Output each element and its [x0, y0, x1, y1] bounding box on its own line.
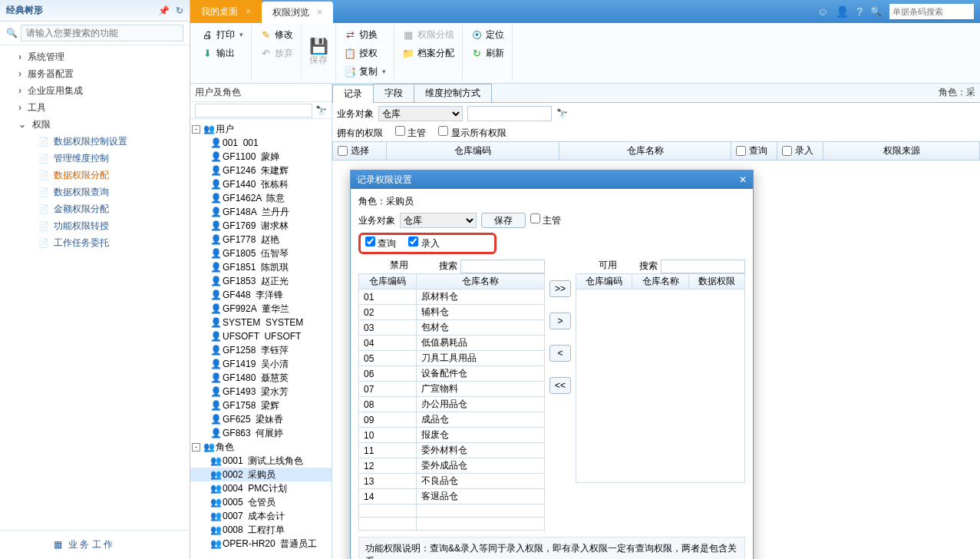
sidebar-subitem[interactable]: 工作任务委托 — [0, 234, 190, 251]
tree-enterprise[interactable]: 企业应用集成 — [0, 82, 190, 99]
save-button[interactable]: 💾保存 — [306, 40, 331, 67]
user-node[interactable]: 👤GF1778 赵艳 — [190, 233, 332, 246]
dialog-save-button[interactable]: 保存 — [481, 213, 526, 228]
sidebar-subitem[interactable]: 管理维度控制 — [0, 150, 190, 167]
select-all-checkbox[interactable] — [338, 146, 348, 156]
refresh-button[interactable]: ↻刷新 — [467, 45, 507, 61]
pin-icon[interactable]: 📌 — [158, 5, 170, 16]
table-row[interactable]: 05刀具工具用品 — [359, 351, 545, 366]
role-node[interactable]: 👥0007 成本会计 — [190, 509, 332, 523]
binoculars-icon[interactable]: 🔭 — [556, 108, 568, 119]
user-search-input[interactable] — [195, 104, 312, 117]
sidebar-subitem[interactable]: 金额权限分配 — [0, 200, 190, 217]
user-node[interactable]: 👤GF1462A 陈意 — [190, 191, 332, 205]
table-row[interactable]: 02辅料仓 — [359, 305, 545, 320]
biz-object-select[interactable]: 仓库 — [378, 106, 463, 121]
user-node[interactable]: 👤UFSOFT UFSOFT — [190, 329, 332, 343]
tree-system[interactable]: 系统管理 — [0, 48, 190, 65]
close-icon[interactable]: × — [317, 7, 322, 18]
sidebar-subitem[interactable]: 数据权限控制设置 — [0, 133, 190, 150]
user-node[interactable]: 👤GF1851 陈凯琪 — [190, 260, 332, 274]
tab-record[interactable]: 记录 — [332, 84, 374, 103]
tab-field[interactable]: 字段 — [373, 84, 414, 102]
barcode-search-input[interactable] — [889, 4, 974, 19]
tree-tools[interactable]: 工具 — [0, 99, 190, 116]
table-row[interactable]: 03包材仓 — [359, 320, 545, 336]
move-all-right-button[interactable]: >> — [549, 280, 571, 297]
tree-group[interactable]: -👥角色 — [190, 440, 332, 454]
role-node[interactable]: 👥OPER-HR20 普通员工 — [190, 537, 332, 551]
switch-button[interactable]: ⇄切换 — [341, 26, 389, 43]
role-node[interactable]: 👥0002 采购员 — [190, 468, 332, 481]
supervisor-checkbox[interactable]: 主管 — [395, 126, 426, 140]
tree-permission[interactable]: 权限 — [0, 116, 190, 133]
show-all-checkbox[interactable]: 显示所有权限 — [438, 126, 506, 140]
dialog-supervisor-checkbox[interactable]: 主管 — [530, 213, 561, 227]
user-node[interactable]: 👤GF1758 梁辉 — [190, 399, 332, 412]
user-node[interactable]: 👤GF1246 朱建辉 — [190, 164, 332, 177]
role-node[interactable]: 👥0001 测试上线角色 — [190, 454, 332, 468]
tree-group[interactable]: -👥用户 — [190, 122, 332, 136]
sidebar-search-input[interactable] — [21, 25, 183, 41]
table-row[interactable]: 07广宣物料 — [359, 382, 545, 397]
file-alloc-button[interactable]: 📁档案分配 — [399, 45, 457, 61]
move-right-button[interactable]: > — [549, 313, 571, 329]
output-button[interactable]: ⬇输出 — [198, 45, 246, 61]
user-node[interactable]: 👤GF625 梁妹香 — [190, 412, 332, 426]
user-icon[interactable]: 👤 — [836, 5, 849, 18]
user-node[interactable]: 👤GF1493 梁水芳 — [190, 385, 332, 399]
user-node[interactable]: 👤GF1419 吴小清 — [190, 357, 332, 371]
table-row[interactable]: 09成品仓 — [359, 412, 545, 428]
abandon-button[interactable]: ↶放弃 — [256, 45, 296, 61]
available-search-input[interactable] — [661, 260, 745, 273]
filter-input[interactable] — [467, 106, 552, 121]
table-row[interactable]: 14客退品仓 — [359, 489, 545, 504]
user-node[interactable]: 👤GF1853 赵正光 — [190, 274, 332, 288]
table-row[interactable]: 06设备配件仓 — [359, 366, 545, 382]
role-node[interactable]: 👥0004 PMC计划 — [190, 481, 332, 495]
user-node[interactable]: 👤GF1258 李钰萍 — [190, 343, 332, 357]
sidebar-bottom[interactable]: 业 务 工 作 — [0, 530, 190, 559]
smile-icon[interactable]: ☺ — [817, 5, 828, 18]
print-button[interactable]: 🖨打印▾ — [198, 26, 246, 43]
query-checkbox[interactable]: 查询 — [365, 237, 396, 250]
tree-server[interactable]: 服务器配置 — [0, 65, 190, 82]
help-icon[interactable]: ? — [856, 5, 863, 18]
user-node[interactable]: 👤GF1440 张栋科 — [190, 177, 332, 191]
table-row[interactable]: 08办公用品仓 — [359, 397, 545, 412]
binoculars-icon[interactable]: 🔭 — [315, 105, 327, 116]
copy-button[interactable]: 📑复制▾ — [341, 63, 389, 80]
auth-button[interactable]: 📋授权 — [341, 45, 389, 61]
table-row[interactable]: 01原材料仓 — [359, 289, 545, 305]
user-node[interactable]: 👤GF1805 伍智琴 — [190, 246, 332, 260]
sidebar-subitem[interactable]: 数据权限分配 — [0, 167, 190, 184]
role-node[interactable]: 👥0008 工程打单 — [190, 523, 332, 537]
tab-permission-browse[interactable]: 权限浏览 × — [262, 2, 333, 23]
entry-checkbox[interactable]: 录入 — [408, 237, 439, 250]
locate-button[interactable]: ⦿定位 — [467, 26, 507, 43]
table-row[interactable]: 12委外成品仓 — [359, 458, 545, 474]
user-node[interactable]: 👤GF992A 董华兰 — [190, 302, 332, 316]
sidebar-subitem[interactable]: 功能权限转授 — [0, 217, 190, 234]
move-all-left-button[interactable]: << — [549, 377, 571, 394]
table-row[interactable]: 10报废仓 — [359, 428, 545, 443]
user-node[interactable]: 👤001 001 — [190, 136, 332, 150]
move-left-button[interactable]: < — [549, 345, 571, 362]
role-node[interactable]: 👥0005 仓管员 — [190, 495, 332, 509]
table-row[interactable]: 13不良品仓 — [359, 474, 545, 489]
table-row[interactable]: 04低值易耗品 — [359, 336, 545, 351]
query-all-checkbox[interactable] — [736, 146, 746, 156]
entry-all-checkbox[interactable] — [782, 146, 792, 156]
sidebar-subitem[interactable]: 数据权限查询 — [0, 184, 190, 200]
user-node[interactable]: 👤SYSTEM SYSTEM — [190, 316, 332, 329]
close-icon[interactable]: × — [246, 6, 251, 17]
user-node[interactable]: 👤GF1769 谢求林 — [190, 219, 332, 233]
user-node[interactable]: 👤GF148A 兰丹丹 — [190, 205, 332, 219]
tab-desktop[interactable]: 我的桌面 × — [190, 0, 262, 23]
user-node[interactable]: 👤GF1100 蒙婵 — [190, 150, 332, 164]
table-row[interactable]: 11委外材料仓 — [359, 443, 545, 458]
close-icon[interactable]: ✕ — [739, 174, 747, 185]
user-node[interactable]: 👤GF1480 聂慧英 — [190, 371, 332, 385]
user-node[interactable]: 👤GF448 李洋锋 — [190, 288, 332, 302]
dialog-biz-select[interactable]: 仓库 — [400, 213, 477, 228]
